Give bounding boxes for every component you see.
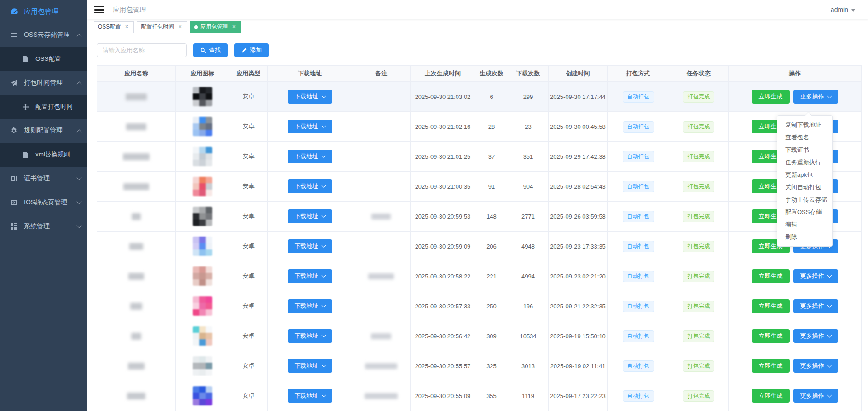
dropdown-item-配置OSS存储[interactable]: 配置OSS存储 — [777, 206, 832, 218]
hamburger-menu-icon[interactable] — [94, 6, 104, 13]
download-cell: 下载地址 — [268, 261, 352, 291]
remark-redacted — [371, 333, 391, 339]
chevron-up-icon — [76, 34, 81, 39]
created-time-cell: 2025-09-19 02:11:41 — [549, 351, 608, 381]
download-cell: 下载地址 — [268, 112, 352, 142]
created-time-cell: 2025-09-30 17:17:44 — [549, 82, 608, 112]
more-actions-button[interactable]: 更多操作 — [793, 389, 838, 403]
dropdown-item-复制下载地址[interactable]: 复制下载地址 — [777, 119, 832, 131]
submenu: OSS配置 — [0, 47, 87, 71]
download-cell: 下载地址 — [268, 232, 352, 261]
dropdown-item-更新apk包[interactable]: 更新apk包 — [777, 168, 832, 181]
generate-now-label: 立即生成 — [759, 362, 783, 370]
tab-OSS配置[interactable]: OSS配置 — [94, 21, 134, 33]
download-address-button[interactable]: 下载地址 — [288, 359, 332, 373]
user-dropdown[interactable]: admin — [831, 6, 855, 13]
download-address-button[interactable]: 下载地址 — [288, 329, 332, 343]
sidebar-subitem-OSS配置[interactable]: OSS配置 — [0, 47, 87, 71]
sidebar-item-证书管理[interactable]: 证书管理 — [0, 167, 87, 191]
sidebar-logo[interactable]: 应用包管理 — [0, 0, 87, 23]
generate-now-button[interactable]: 立即生成 — [752, 269, 790, 283]
sidebar-subitem-配置打包时间[interactable]: 配置打包时间 — [0, 95, 87, 119]
last-generated-cell: 2025-09-30 20:56:42 — [411, 321, 475, 351]
more-actions-button[interactable]: 更多操作 — [793, 299, 838, 313]
more-actions-button[interactable]: 更多操作 — [793, 359, 838, 373]
top-navbar: 应用包管理 admin — [87, 0, 868, 19]
operations-cell: 立即生成更多操作 — [729, 291, 862, 321]
gear-icon — [10, 127, 17, 134]
download-address-button[interactable]: 下载地址 — [288, 120, 332, 133]
more-actions-button[interactable]: 更多操作 — [793, 269, 838, 283]
app-type-cell: 安卓 — [229, 82, 268, 112]
more-actions-label: 更多操作 — [800, 362, 824, 370]
last-generated-cell: 2025-09-30 21:02:16 — [411, 112, 475, 142]
generate-count-cell: 221 — [475, 261, 508, 291]
tab-应用包管理[interactable]: 应用包管理 — [190, 21, 241, 33]
generate-now-button[interactable]: 立即生成 — [752, 90, 790, 104]
sidebar-item-IOS静态页管理[interactable]: IOS静态页管理 — [0, 191, 87, 214]
download-address-label: 下载地址 — [295, 392, 318, 400]
download-address-button[interactable]: 下载地址 — [288, 389, 332, 403]
app-name-cell — [97, 142, 176, 172]
pack-method-cell: 自动打包 — [608, 202, 669, 232]
pack-method-cell: 自动打包 — [608, 321, 669, 351]
last-generated-cell: 2025-09-30 20:55:09 — [411, 381, 475, 411]
sidebar-item-系统管理[interactable]: 系统管理 — [0, 214, 87, 238]
download-count-cell: 351 — [508, 142, 549, 172]
search-input[interactable] — [97, 43, 187, 57]
dropdown-item-手动上传云存储[interactable]: 手动上传云存储 — [777, 193, 832, 206]
chevron-down-icon — [76, 175, 81, 180]
tab-配置打包时间[interactable]: 配置打包时间 — [137, 21, 187, 33]
generate-count-cell: 309 — [475, 321, 508, 351]
task-status-badge: 打包完成 — [683, 181, 714, 192]
download-address-label: 下载地址 — [295, 302, 318, 310]
sidebar-item-OSS云存储管理[interactable]: OSS云存储管理 — [0, 23, 87, 47]
app-icon-cell — [176, 261, 229, 291]
dropdown-item-编辑[interactable]: 编辑 — [777, 218, 832, 231]
pack-method-cell: 自动打包 — [608, 232, 669, 261]
generate-now-button[interactable]: 立即生成 — [752, 299, 790, 313]
generate-now-button[interactable]: 立即生成 — [752, 329, 790, 343]
more-actions-button[interactable]: 更多操作 — [793, 90, 838, 104]
generate-now-button[interactable]: 立即生成 — [752, 389, 790, 403]
download-address-button[interactable]: 下载地址 — [288, 150, 332, 163]
download-address-button[interactable]: 下载地址 — [288, 269, 332, 283]
download-count-cell: 23 — [508, 112, 549, 142]
add-button[interactable]: 添加 — [234, 43, 269, 57]
close-icon[interactable] — [123, 24, 130, 30]
download-count-cell: 299 — [508, 82, 549, 112]
app-type-cell: 安卓 — [229, 381, 268, 411]
dropdown-item-查看包名[interactable]: 查看包名 — [777, 131, 832, 144]
generate-now-button[interactable]: 立即生成 — [752, 359, 790, 373]
column-header-应用名称: 应用名称 — [97, 66, 176, 82]
dropdown-item-任务重新执行[interactable]: 任务重新执行 — [777, 156, 832, 168]
app-name-redacted — [131, 333, 141, 340]
sidebar-item-打包时间管理[interactable]: 打包时间管理 — [0, 71, 87, 95]
app-icon-cell — [176, 232, 229, 261]
column-header-下载地址: 下载地址 — [268, 66, 352, 82]
download-address-button[interactable]: 下载地址 — [288, 299, 332, 313]
chevron-down-icon — [827, 94, 832, 98]
download-address-button[interactable]: 下载地址 — [288, 209, 332, 223]
sidebar-subitem-label: 配置打包时间 — [35, 103, 73, 111]
download-address-button[interactable]: 下载地址 — [288, 179, 332, 193]
certificate-icon — [10, 175, 17, 182]
download-address-button[interactable]: 下载地址 — [288, 239, 332, 253]
more-actions-button[interactable]: 更多操作 — [793, 329, 838, 343]
dropdown-item-删除[interactable]: 删除 — [777, 231, 832, 243]
remark-redacted — [371, 214, 391, 220]
sidebar-item-规则配置管理[interactable]: 规则配置管理 — [0, 119, 87, 143]
download-count-cell: 3013 — [508, 351, 549, 381]
search-button[interactable]: 查找 — [193, 43, 228, 57]
dropdown-item-下载证书[interactable]: 下载证书 — [777, 144, 832, 156]
download-cell: 下载地址 — [268, 142, 352, 172]
sidebar: 应用包管理 OSS云存储管理OSS配置打包时间管理配置打包时间规则配置管理xml… — [0, 0, 87, 411]
close-icon[interactable] — [177, 24, 183, 30]
sidebar-subitem-xml替换规则[interactable]: xml替换规则 — [0, 143, 87, 167]
dropdown-item-关闭自动打包[interactable]: 关闭自动打包 — [777, 181, 832, 193]
download-address-button[interactable]: 下载地址 — [288, 90, 332, 104]
close-icon[interactable] — [231, 24, 237, 30]
app-name-redacted — [128, 363, 145, 370]
remark-cell — [352, 112, 411, 142]
chevron-up-icon — [76, 129, 81, 134]
